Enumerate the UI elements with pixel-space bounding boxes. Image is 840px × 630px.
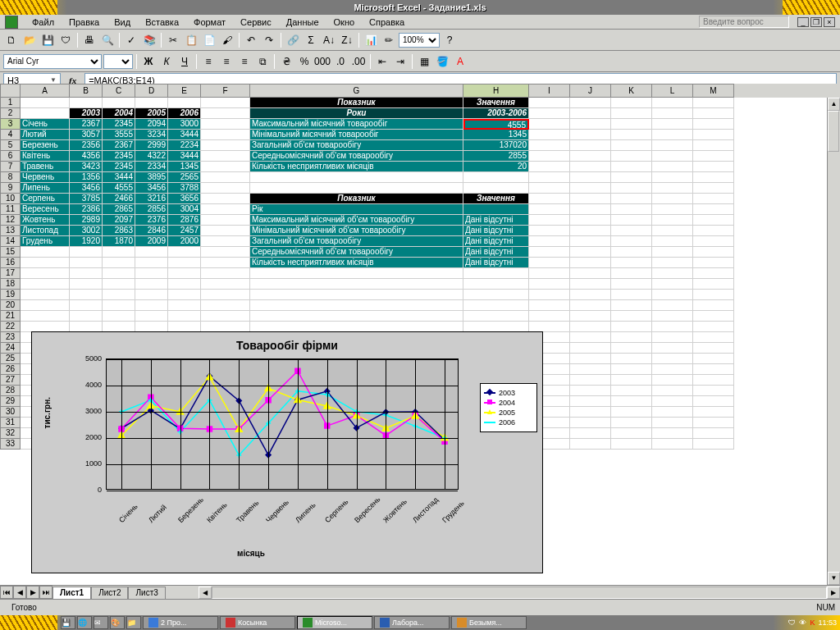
cell[interactable] [693,247,734,258]
cell[interactable] [250,279,463,290]
cell[interactable]: 1345 [463,130,529,140]
cell[interactable] [529,300,570,311]
cell[interactable] [135,279,168,290]
row-header[interactable]: 16 [0,258,21,268]
cell[interactable] [611,354,652,364]
col-header[interactable]: A [21,84,70,98]
cell[interactable] [611,268,652,279]
menu-format[interactable]: Формат [188,16,231,28]
cell[interactable] [21,108,70,119]
help-icon[interactable]: ? [441,32,458,48]
cell[interactable] [693,183,734,194]
cell[interactable] [652,98,693,108]
cell[interactable] [652,236,693,247]
cell[interactable] [103,311,135,322]
row-header[interactable]: 23 [0,332,21,343]
cell[interactable]: 2356 [70,140,103,151]
cell[interactable] [652,375,693,386]
cell[interactable] [611,311,652,322]
row-header[interactable]: 25 [0,354,21,364]
menu-window[interactable]: Окно [328,16,361,28]
cell[interactable] [529,279,570,290]
cell[interactable] [70,311,103,322]
cell[interactable] [611,364,652,375]
row-header[interactable]: 20 [0,300,21,311]
cell[interactable]: Мінімальний місячний товарообіг [250,130,463,140]
cell[interactable] [135,258,168,268]
quicklaunch-icon[interactable]: 🎨 [110,616,125,629]
row-header[interactable]: 8 [0,172,21,183]
col-header[interactable]: M [693,84,734,98]
cell[interactable] [570,439,611,450]
row-header[interactable]: 4 [0,130,21,140]
cell[interactable] [21,268,70,279]
cell[interactable] [135,268,168,279]
print-icon[interactable]: 🖶 [81,32,98,48]
cell[interactable] [529,98,570,108]
cell[interactable] [693,108,734,119]
cell[interactable] [652,279,693,290]
cell[interactable] [652,130,693,140]
col-header[interactable]: F [201,84,250,98]
cell[interactable] [652,439,693,450]
cell[interactable] [611,386,652,396]
cell[interactable] [529,183,570,194]
cell[interactable] [570,396,611,407]
cell[interactable]: 4322 [135,151,168,162]
cell[interactable] [168,247,201,258]
cell[interactable] [201,172,250,183]
preview-icon[interactable]: 🔍 [99,32,116,48]
chart-icon[interactable]: 📊 [363,32,379,48]
cell[interactable] [70,98,103,108]
hscroll-left-icon[interactable]: ◀ [199,587,212,599]
cell[interactable] [201,140,250,151]
row-header[interactable]: 15 [0,247,21,258]
row-header[interactable]: 5 [0,140,21,151]
quicklaunch-icon[interactable]: 📁 [126,616,141,629]
cell[interactable] [529,119,570,130]
dec-decimal-icon[interactable]: .00 [350,53,367,70]
borders-icon[interactable]: ▦ [416,53,432,70]
cell[interactable] [70,268,103,279]
cell[interactable]: 3423 [70,162,103,172]
cell[interactable] [168,279,201,290]
cell[interactable] [250,290,463,300]
row-header[interactable]: 31 [0,418,21,428]
cell[interactable] [611,236,652,247]
cell[interactable] [652,428,693,439]
app-icon[interactable] [5,16,18,29]
align-left-icon[interactable]: ≡ [200,53,217,70]
taskbar-button[interactable]: 2 Про... [143,616,218,629]
cell[interactable]: 2863 [103,226,135,236]
cell[interactable] [693,300,734,311]
sort-asc-icon[interactable]: A↓ [321,32,337,48]
row-header[interactable]: 21 [0,311,21,322]
cell[interactable] [570,354,611,364]
cell[interactable] [611,194,652,204]
row-header[interactable]: 17 [0,268,21,279]
cell[interactable]: 2565 [168,172,201,183]
cell[interactable] [611,396,652,407]
cell[interactable] [570,172,611,183]
cell[interactable] [103,268,135,279]
hscroll-right-icon[interactable]: ▶ [827,587,840,599]
cell[interactable] [611,108,652,119]
cell[interactable]: 3785 [70,194,103,204]
cell[interactable]: 3004 [168,204,201,215]
copy-icon[interactable]: 📋 [183,32,199,48]
cell[interactable] [693,119,734,130]
cell[interactable]: 3216 [135,194,168,204]
scroll-thumb[interactable] [828,111,839,152]
cell[interactable] [652,151,693,162]
cell[interactable]: 1920 [70,236,103,247]
cell[interactable] [693,428,734,439]
sheet-tab-2[interactable]: Лист2 [91,587,128,599]
cell[interactable] [693,343,734,354]
cell[interactable] [652,194,693,204]
cell[interactable] [463,183,529,194]
row-header[interactable]: 32 [0,428,21,439]
menu-edit[interactable]: Правка [63,16,105,28]
cell[interactable] [529,172,570,183]
cell[interactable] [611,300,652,311]
cell[interactable]: Загальний об'єм товарообігу [250,236,463,247]
